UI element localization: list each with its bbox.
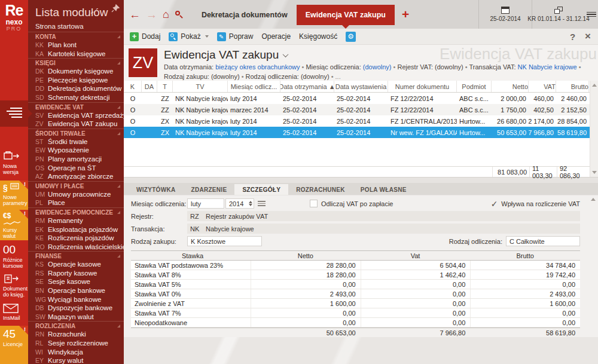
- forward-icon[interactable]: →: [146, 9, 157, 20]
- sidebar-section-header[interactable]: EWIDENCJE POMOCNICZE: [28, 207, 124, 216]
- sidebar-item[interactable]: PL Płace: [28, 198, 124, 207]
- rail-item-nowe-parametry[interactable]: ! § Nowe parametry: [0, 181, 28, 210]
- scroll-up-icon[interactable]: [592, 84, 597, 87]
- detail-tab[interactable]: WIZYTÓWKA: [129, 184, 183, 195]
- detail-tab[interactable]: SZCZEGÓŁY: [234, 184, 288, 195]
- sidebar-item[interactable]: ZV Ewidencja VAT zakupu: [28, 120, 124, 129]
- sidebar-section-header[interactable]: ŚRODKI TRWAŁE: [28, 129, 124, 137]
- register-field[interactable]: RZ Rejestr zakupów VAT: [187, 211, 580, 221]
- vat-table-row[interactable]: Stawka VAT 0%2 493,000,002 493,00: [131, 289, 580, 299]
- close-button[interactable]: ×: [585, 30, 591, 42]
- panel-splitter[interactable]: [124, 177, 598, 183]
- rail-item-insmail[interactable]: InsMail: [0, 301, 28, 324]
- spinner-arrows-icon[interactable]: [249, 201, 252, 206]
- sidebar-item[interactable]: KE Rozliczenia pojazdów: [28, 234, 124, 243]
- date-selector[interactable]: 25-02-2014: [478, 0, 532, 29]
- sidebar-item-strona-startowa[interactable]: Strona startowa: [28, 22, 124, 32]
- pin-icon[interactable]: [111, 4, 120, 13]
- home-icon[interactable]: ⌂: [163, 8, 169, 21]
- search-icon[interactable]: [175, 10, 183, 19]
- scroll-up-icon[interactable]: [591, 198, 596, 201]
- filter-value[interactable]: (dowolny): [363, 63, 392, 71]
- detail-tab[interactable]: POLA WŁASNE: [353, 184, 414, 195]
- rail-item-nowa-wersja[interactable]: Nowa wersja: [0, 148, 28, 181]
- column-header[interactable]: Numer dokumentu: [388, 81, 457, 92]
- sidebar-section-header[interactable]: KSIĘGI: [28, 58, 124, 67]
- settlement-checkbox[interactable]: ✓ Wpływa na rozliczenie VAT: [491, 200, 580, 208]
- sidebar-item[interactable]: AZ Amortyzacje zbiorcze: [28, 172, 124, 181]
- rail-item-dokument[interactable]: Dokument do księg.: [0, 271, 28, 300]
- gear-icon[interactable]: ⚙: [346, 32, 356, 42]
- vat-table-row[interactable]: Zwolnienie z VAT1 600,000,001 600,00: [131, 299, 580, 308]
- view-title-dropdown[interactable]: Ewidencja VAT zakupu: [164, 48, 581, 62]
- column-header[interactable]: TV: [173, 81, 228, 92]
- sidebar-item[interactable]: WG Wyciągi bankowe: [28, 295, 124, 304]
- sidebar-item[interactable]: EK Eksploatacja pojazdów: [28, 225, 124, 234]
- sidebar-item[interactable]: SW Magazyn walut: [28, 313, 124, 322]
- sidebar-section-header[interactable]: FINANSE: [28, 251, 124, 260]
- column-header[interactable]: Miesiąc odlicz...: [228, 81, 280, 92]
- operations-menu[interactable]: Operacje: [261, 32, 291, 41]
- filter-value[interactable]: (dowolny): [301, 73, 329, 80]
- vat-table-row[interactable]: Stawka VAT podstawowa 23%28 280,006 504,…: [131, 261, 580, 270]
- filter-value[interactable]: bieżący okres obrachunkowy: [215, 63, 300, 71]
- period-selector[interactable]: KR 01.01.14 - 31.12.14: [532, 0, 585, 29]
- rail-item-licencje[interactable]: ! 45 Licencje: [0, 326, 28, 364]
- rail-item-kursy-walut[interactable]: ! €$ Kursy walut: [0, 210, 28, 240]
- overflow-menu-icon[interactable]: [587, 0, 596, 29]
- modules-menu-button[interactable]: [0, 100, 28, 127]
- sidebar-item[interactable]: DD Dekretacja dokumentów: [28, 84, 124, 93]
- transaction-field[interactable]: NK Nabycie krajowe: [187, 224, 580, 234]
- column-header[interactable]: K: [124, 81, 142, 92]
- document-tab[interactable]: Dekretacja dokumentów: [193, 5, 297, 25]
- sidebar-item[interactable]: RS Raporty kasowe: [28, 269, 124, 278]
- detail-tab[interactable]: ZDARZENIE: [183, 184, 234, 195]
- month-menu-icon[interactable]: [258, 201, 266, 206]
- vat-table-row[interactable]: Stawka VAT 8%18 280,001 462,4019 742,40: [131, 270, 580, 280]
- sidebar-item[interactable]: DK Dokumenty księgowe: [28, 67, 124, 76]
- add-button[interactable]: + Dodaj: [130, 32, 160, 41]
- table-row[interactable]: OZZNK Nabycie krajowemarzec 201425-02-20…: [124, 104, 598, 115]
- column-header[interactable]: Netto: [492, 81, 529, 92]
- sidebar-item[interactable]: EY Kursy walut: [28, 356, 124, 364]
- sidebar-item[interactable]: RN Rozrachunki: [28, 330, 124, 339]
- sidebar-section-header[interactable]: UMOWY I PŁACE: [28, 181, 124, 190]
- sidebar-item[interactable]: ST Środki trwałe: [28, 137, 124, 146]
- sidebar-item[interactable]: PE Pieczęcie księgowe: [28, 76, 124, 85]
- sidebar-section-header[interactable]: KONTA: [28, 32, 124, 41]
- column-header[interactable]: Data otrzymania ▲: [280, 81, 334, 92]
- sidebar-item[interactable]: KK Plan kont: [28, 41, 124, 50]
- column-header[interactable]: T: [157, 81, 173, 92]
- accounting-menu[interactable]: Księgowość: [299, 32, 337, 41]
- sidebar-item[interactable]: EW Wyposażenie: [28, 146, 124, 155]
- vat-table-row[interactable]: Nieopodatkowane0,000,000,00: [131, 318, 580, 328]
- sidebar-item[interactable]: PN Plany amortyzacji: [28, 155, 124, 164]
- column-header[interactable]: Podmiot: [457, 81, 492, 92]
- month-combo[interactable]: luty: [187, 198, 224, 209]
- sidebar-item[interactable]: DB Dyspozycje bankowe: [28, 304, 124, 313]
- sidebar-item[interactable]: BN Operacje bankowe: [28, 286, 124, 295]
- sidebar-item[interactable]: SE Sesje kasowe: [28, 277, 124, 286]
- new-tab-button[interactable]: +: [402, 7, 409, 22]
- column-header[interactable]: Brutto: [556, 81, 589, 92]
- column-header[interactable]: DA: [142, 81, 157, 92]
- column-header[interactable]: VAT: [529, 81, 556, 92]
- detail-tab[interactable]: ROZRACHUNEK: [288, 184, 353, 195]
- sidebar-item[interactable]: RL Sesje rozliczeniowe: [28, 339, 124, 348]
- table-row[interactable]: OZZNK Nabycie krajoweluty 201425-02-2014…: [124, 93, 598, 104]
- document-tab[interactable]: Ewidencja VAT zakupu: [297, 5, 395, 25]
- sidebar-section-header[interactable]: ROZLICZENIA: [28, 321, 124, 330]
- sidebar-item[interactable]: SD Schematy dekretacji: [28, 93, 124, 102]
- deduction-type-field[interactable]: C Całkowite: [506, 236, 580, 246]
- scroll-down-icon[interactable]: [592, 171, 597, 174]
- sidebar-item[interactable]: UM Umowy pracownicze: [28, 190, 124, 199]
- edit-button[interactable]: ✎ Popraw: [217, 32, 254, 41]
- column-header[interactable]: Data wystawienia: [334, 81, 388, 92]
- sidebar-item[interactable]: KS Operacje kasowe: [28, 260, 124, 269]
- show-button[interactable]: Pokaż: [169, 32, 208, 41]
- sidebar-item[interactable]: RM Remanenty: [28, 216, 124, 225]
- sidebar-section-header[interactable]: EWIDENCJE VAT: [28, 102, 124, 111]
- sidebar-item[interactable]: RO Rozliczenia właścicielskie: [28, 243, 124, 252]
- sidebar-item[interactable]: OS Operacje na ŚT: [28, 164, 124, 173]
- rail-item-roznice-kursowe[interactable]: 00 Różnice kursowe: [0, 241, 28, 270]
